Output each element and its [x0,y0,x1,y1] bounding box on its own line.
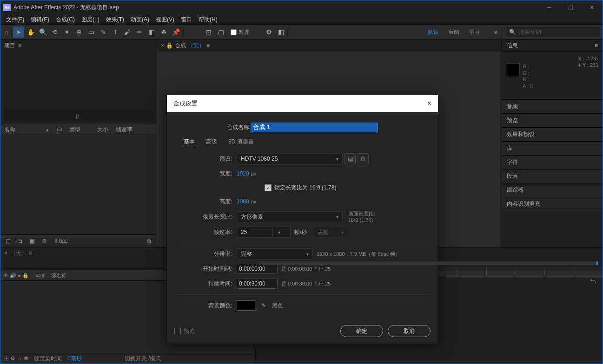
fps-input[interactable]: 25 [237,227,273,238]
bg-color-swatch[interactable] [237,300,255,311]
panel-audio[interactable]: 音频 [502,100,603,114]
roto-tool[interactable]: ☘ [158,26,169,38]
col-source[interactable]: 源名称 [51,272,66,279]
misc-tool-2[interactable]: ◧ [275,26,286,38]
workspace-default[interactable]: 默认 [428,28,439,36]
pen-tool[interactable]: ✎ [98,26,109,38]
selection-tool[interactable]: ➤ [13,26,24,38]
menu-help[interactable]: 帮助(H) [197,16,219,24]
clone-tool[interactable]: ✑ [134,26,145,38]
close-button[interactable]: ✕ [581,0,603,14]
ok-button[interactable]: 确定 [340,325,383,337]
menu-composition[interactable]: 合成(C) [54,16,77,24]
trash-icon[interactable]: 🗑 [145,237,154,245]
rotate-tool[interactable]: ✦ [61,26,73,38]
preset-save-icon[interactable]: ▤ [345,153,356,164]
titlebar: Ae Adobe After Effects 2022 - 无标题项目.aep … [0,0,603,14]
tab-basic[interactable]: 基本 [184,138,195,147]
lock-icon[interactable]: 🔒 [166,42,173,49]
frametime-label: 帧渲染时间 [34,355,62,363]
panel-content-aware[interactable]: 内容识别填充 [502,197,603,211]
misc-tool-1[interactable]: ⚙ [263,26,274,38]
menu-effect[interactable]: 效果(T) [104,16,126,24]
menu-edit[interactable]: 编辑(E) [29,16,51,24]
lock-aspect-checkbox[interactable]: ✓ [265,184,272,191]
bpc-label[interactable]: 8 bpc [54,238,68,244]
panel-paragraph[interactable]: 段落 [502,169,603,183]
duration-label: 持续时间: [176,280,237,288]
col-fps[interactable]: 帧速率 [112,126,136,134]
col-size[interactable]: 大小 [93,126,112,134]
menu-view[interactable]: 视图(V) [154,16,176,24]
cancel-button[interactable]: 取消 [388,325,431,337]
home-icon[interactable]: ⌂ [1,26,12,38]
preset-delete-icon[interactable]: 🗑 [358,153,369,164]
snap-icon[interactable]: ⊡ [203,26,214,38]
maximize-button[interactable]: ▢ [560,0,581,14]
eraser-tool[interactable]: ◧ [146,26,157,38]
preview-checkbox[interactable]: 预览 [174,327,195,335]
new-comp-icon[interactable]: ▣ [27,237,37,245]
menu-file[interactable]: 文件(F) [4,16,26,24]
hand-tool[interactable]: ✋ [25,26,36,38]
panel-preview[interactable]: 预览 [502,114,603,128]
panel-tracker[interactable]: 跟踪器 [502,183,603,197]
tab-3d-renderer[interactable]: 3D 渲染器 [228,138,254,147]
adjust-icon[interactable]: ⚙ [40,237,49,245]
workspace-more[interactable]: » [494,28,498,36]
workspace-review[interactable]: 审阅 [448,28,459,36]
start-timecode-input[interactable]: 0:00:00:00 [237,264,278,274]
composition-settings-dialog: 合成设置 × 合成名称: 基本 高级 3D 渲染器 预设: HDTV 1080 … [166,95,438,344]
folder-icon[interactable]: 🗀 [15,237,25,245]
close-tab-icon[interactable]: × [161,42,164,49]
comp-label: 合成 [175,42,186,50]
orbit-tool[interactable]: ⟲ [49,26,60,38]
puppet-tool[interactable]: 📌 [170,26,181,38]
bg-color-name: 黑色 [272,302,283,310]
panel-menu-icon[interactable]: ≡ [206,42,210,49]
menu-layer[interactable]: 图层(L) [80,16,101,24]
zoom-tool[interactable]: 🔍 [37,26,48,38]
panel-library[interactable]: 库 [502,142,603,156]
tab-advanced[interactable]: 高级 [206,138,217,147]
menu-window[interactable]: 窗口 [179,16,194,24]
project-panel-header: 项目 ≡ [0,39,157,52]
align-checkbox[interactable] [231,29,237,35]
col-type[interactable]: 类型 [66,126,84,134]
panel-character[interactable]: 字符 [502,156,603,169]
panel-menu-icon[interactable]: ≡ [18,42,21,49]
close-tab-icon[interactable]: × [4,250,7,256]
align-icon[interactable]: ▢ [215,26,226,38]
panel-menu-icon[interactable]: ≡ [595,42,598,49]
panel-effects[interactable]: 效果和预设 [502,128,603,142]
time-navigator[interactable] [259,261,598,265]
minimize-button[interactable]: ─ [538,0,560,14]
menu-animation[interactable]: 动画(A) [129,16,151,24]
panel-menu-icon[interactable]: ≡ [29,250,32,256]
comp-name-input[interactable] [251,123,378,132]
project-search[interactable]: ρ˯ [4,110,153,121]
fps-dropdown[interactable]: ▾ [274,227,291,238]
anchor-tool[interactable]: ⊕ [73,26,85,38]
par-select[interactable]: 方形像素▾ [237,211,343,222]
rectangle-tool[interactable]: ▭ [86,26,97,38]
switch-label[interactable]: 切换开关 /模式 [125,355,161,363]
workspace-learn[interactable]: 学习 [469,28,480,36]
comp-name-label: 合成名称: [227,124,251,131]
interpret-icon[interactable]: ◫ [3,237,13,245]
res-select[interactable]: 完整▾ [237,248,313,260]
preset-select[interactable]: HDTV 1080 25▾ [237,153,343,164]
collapse-icon[interactable]: ⮌ [590,278,596,286]
lock-aspect-label: 锁定长宽比为 16:9 (1.78) [274,184,336,192]
search-help[interactable]: 🔍 搜索帮助 [506,26,601,38]
res-label: 分辨率: [176,250,237,258]
timeline-footer: ⊞ ⚙ ☼ ✱ 帧渲染时间 0毫秒 切换开关 /模式 [0,353,254,364]
brush-tool[interactable]: 🖌 [122,26,133,38]
width-value[interactable]: 1920 [237,170,249,177]
sort-icon[interactable]: ▲ [45,127,50,132]
eyedropper-icon[interactable]: ✎ [259,301,268,310]
col-name[interactable]: 名称 [0,126,45,134]
text-tool[interactable]: T [110,26,121,38]
dialog-close-icon[interactable]: × [427,99,431,108]
height-value[interactable]: 1080 [237,198,249,205]
